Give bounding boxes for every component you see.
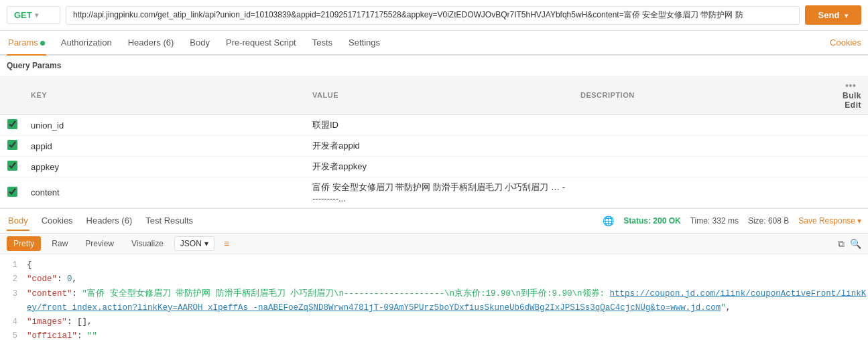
json-line-2: 2 "code": 0, (0, 272, 868, 286)
row-value-1[interactable]: 联盟ID (306, 115, 574, 136)
resp-tab-headers[interactable]: Headers (6) (85, 211, 134, 231)
table-row: content 富侨 安全型女修眉刀 带防护网 防滑手柄刮眉毛刀 小巧刮眉刀 …… (0, 177, 868, 208)
tab-headers[interactable]: Headers (6) (127, 31, 176, 56)
format-select[interactable]: JSON ▾ (174, 236, 214, 251)
row-desc-2[interactable] (574, 136, 836, 157)
request-tabs: Params Authorization Headers (6) Body Pr… (0, 31, 868, 56)
row-desc-1[interactable] (574, 115, 836, 136)
json-images: "images": [], (27, 315, 868, 329)
more-options-icon[interactable]: ••• (845, 80, 856, 91)
save-response-button[interactable]: Save Response ▾ (798, 216, 861, 226)
json-official: "official": "" (27, 329, 868, 340)
col-header-check (0, 76, 24, 115)
send-button[interactable]: Send ▾ (805, 5, 861, 25)
line-number: 4 (7, 315, 27, 329)
row-desc-4[interactable] (574, 177, 836, 208)
row-check-3[interactable] (0, 157, 24, 177)
search-icon[interactable]: 🔍 (850, 238, 861, 249)
table-row: union_id 联盟ID (0, 115, 868, 136)
resp-tab-cookies[interactable]: Cookies (40, 211, 74, 231)
row-actions-2 (836, 136, 868, 157)
tab-tests[interactable]: Tests (311, 31, 334, 56)
json-line-1: 1 { (0, 258, 868, 272)
globe-icon: 🌐 (603, 216, 614, 226)
row-actions-1 (836, 115, 868, 136)
icon-group: ⧉ 🔍 (838, 238, 861, 250)
row-value-4[interactable]: 富侨 安全型女修眉刀 带防护网 防滑手柄刮眉毛刀 小巧刮眉刀 … -------… (306, 177, 574, 208)
fmt-tab-preview[interactable]: Preview (78, 236, 121, 251)
json-viewer: 1 { 2 "code": 0, 3 "content": "富侨 安全型女修眉… (0, 254, 868, 340)
tab-prerequest[interactable]: Pre-request Script (225, 31, 298, 56)
row-actions-3 (836, 157, 868, 177)
row-actions-4 (836, 177, 868, 208)
row-key-1[interactable]: union_id (24, 115, 306, 136)
tab-params[interactable]: Params (7, 31, 46, 56)
app-container: GET ▾ Send ▾ Params Authorization Header… (0, 0, 868, 340)
row-value-2[interactable]: 开发者appid (306, 136, 574, 157)
resp-tab-testresults[interactable]: Test Results (144, 211, 194, 231)
method-chevron: ▾ (35, 11, 38, 19)
tab-settings[interactable]: Settings (347, 31, 381, 56)
row-check-2[interactable] (0, 136, 24, 157)
copy-icon[interactable]: ⧉ (838, 238, 845, 250)
response-size: Size: 608 B (748, 216, 789, 226)
row-check-4[interactable] (0, 177, 24, 208)
table-row: appkey 开发者appkey (0, 157, 868, 177)
row-key-4[interactable]: content (24, 177, 306, 208)
col-header-actions: ••• Bulk Edit (836, 76, 868, 115)
status-ok: Status: 200 OK (623, 216, 680, 226)
url-input[interactable] (66, 6, 800, 25)
row-key-3[interactable]: appkey (24, 157, 306, 177)
json-brace-open: { (27, 258, 868, 272)
json-line-5: 5 "official": "" (0, 329, 868, 340)
col-header-key: KEY (24, 76, 306, 115)
format-tabs: Pretty Raw Preview Visualize JSON ▾ ≡ ⧉ … (0, 234, 868, 254)
url-bar: GET ▾ Send ▾ (0, 0, 868, 31)
row-value-3[interactable]: 开发者appkey (306, 157, 574, 177)
fmt-tab-raw[interactable]: Raw (45, 236, 74, 251)
line-number: 3 (7, 287, 27, 316)
resp-tab-body[interactable]: Body (7, 211, 29, 231)
row-check-1[interactable] (0, 115, 24, 136)
response-status-bar: 🌐 Status: 200 OK Time: 332 ms Size: 608 … (603, 216, 861, 226)
params-table: KEY VALUE DESCRIPTION ••• Bulk Edit unio… (0, 76, 868, 208)
json-line-3: 3 "content": "富侨 安全型女修眉刀 带防护网 防滑手柄刮眉毛刀 小… (0, 287, 868, 316)
tab-body[interactable]: Body (188, 31, 211, 56)
json-content: "content": "富侨 安全型女修眉刀 带防护网 防滑手柄刮眉毛刀 小巧刮… (27, 287, 868, 316)
col-header-desc: DESCRIPTION (574, 76, 836, 115)
method-select[interactable]: GET ▾ (7, 6, 60, 24)
json-code: "code": 0, (27, 272, 868, 286)
row-key-2[interactable]: appid (24, 136, 306, 157)
response-time: Time: 332 ms (690, 216, 739, 226)
bulk-edit-button[interactable]: Bulk Edit (843, 91, 861, 110)
cookies-link[interactable]: Cookies (830, 37, 861, 48)
fmt-tab-pretty[interactable]: Pretty (7, 236, 41, 251)
fmt-tab-visualize[interactable]: Visualize (125, 236, 170, 251)
response-tabs: Body Cookies Headers (6) Test Results 🌐 … (0, 209, 868, 234)
row-desc-3[interactable] (574, 157, 836, 177)
json-line-4: 4 "images": [], (0, 315, 868, 329)
line-number: 1 (7, 258, 27, 272)
table-row: appid 开发者appid (0, 136, 868, 157)
col-header-value: VALUE (306, 76, 574, 115)
method-value: GET (14, 10, 32, 20)
tab-authorization[interactable]: Authorization (60, 31, 113, 56)
line-number: 2 (7, 272, 27, 286)
line-number: 5 (7, 329, 27, 340)
json-link[interactable]: https://coupon.jd.com/ilink/couponActive… (27, 289, 866, 313)
filter-icon[interactable]: ≡ (224, 238, 229, 249)
query-params-label: Query Params (0, 56, 868, 76)
